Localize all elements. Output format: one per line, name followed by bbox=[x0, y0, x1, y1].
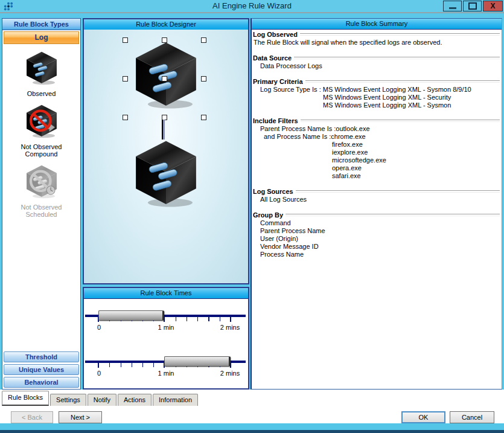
bottom-bar: Rule Blocks Settings Notify Actions Info… bbox=[0, 390, 504, 423]
summary-line: Parent Process Name bbox=[253, 227, 500, 235]
heading-rule bbox=[294, 57, 500, 59]
not-observed-scheduled-icon bbox=[24, 164, 59, 199]
tab-rule-blocks[interactable]: Rule Blocks bbox=[2, 391, 49, 406]
selection-handle[interactable] bbox=[201, 37, 206, 43]
summary-line: opera.exe bbox=[253, 164, 500, 172]
slider-major-tick bbox=[98, 361, 99, 368]
titlebar: AI Engine Rule Wizard X bbox=[0, 0, 504, 13]
summary-section-log-observed: Log Observed The Rule Block will signal … bbox=[253, 30, 500, 47]
slider-label: 1 min bbox=[158, 324, 174, 331]
threshold-category-button[interactable]: Threshold bbox=[4, 351, 79, 362]
time-range-slider-1[interactable] bbox=[98, 310, 164, 321]
log-category-button[interactable]: Log bbox=[4, 31, 79, 44]
heading-rule bbox=[300, 33, 500, 36]
summary-line: Vendor Message ID bbox=[253, 243, 500, 251]
rule-block-times-panel: Rule Block Times 0 1 min 2 mins 0 1 min … bbox=[83, 287, 249, 390]
summary-line: Data Processor Logs bbox=[253, 62, 500, 70]
heading-rule bbox=[285, 214, 500, 216]
ok-button[interactable]: OK bbox=[401, 411, 445, 423]
minimize-icon bbox=[449, 7, 456, 9]
maximize-button[interactable] bbox=[463, 1, 482, 11]
tab-information[interactable]: Information bbox=[153, 394, 198, 406]
slider-label: 0 bbox=[97, 370, 101, 377]
summary-section-data-source: Data Source Data Processor Logs bbox=[253, 54, 500, 70]
unique-values-category-button[interactable]: Unique Values bbox=[4, 364, 79, 375]
slider-label: 2 mins bbox=[220, 370, 240, 377]
summary-line: Log Source Type Is : MS Windows Event Lo… bbox=[253, 86, 500, 94]
summary-line: All Log Sources bbox=[253, 196, 500, 204]
rule-block-designer-header: Rule Block Designer bbox=[84, 19, 248, 30]
slider-major-tick bbox=[230, 315, 231, 322]
wizard-tabs: Rule Blocks Settings Notify Actions Info… bbox=[2, 391, 199, 406]
summary-line: safari.exe bbox=[253, 172, 500, 180]
rule-block-cube-1[interactable] bbox=[131, 40, 201, 111]
summary-section-group-by: Group By Command Parent Process Name Use… bbox=[253, 211, 500, 258]
selection-handle[interactable] bbox=[123, 115, 128, 120]
selection-handle[interactable] bbox=[123, 37, 128, 43]
slider-label: 2 mins bbox=[220, 324, 240, 331]
summary-line: MS Windows Event Logging XML - Sysmon bbox=[253, 101, 500, 109]
summary-line: Process Name bbox=[253, 251, 500, 258]
summary-line: Command bbox=[253, 219, 500, 227]
summary-line: iexplore.exe bbox=[253, 149, 500, 156]
window-frame-bottom bbox=[0, 423, 504, 430]
rule-type-not-observed-scheduled: Not Observed Scheduled bbox=[2, 164, 80, 218]
close-icon: X bbox=[490, 2, 495, 10]
rule-type-not-observed-compound[interactable]: Not Observed Compound bbox=[2, 104, 80, 158]
ai-engine-rule-wizard-window: AI Engine Rule Wizard X Rule Block Types… bbox=[0, 0, 504, 433]
rule-type-label: Not Observed Scheduled bbox=[2, 204, 80, 218]
block-connector-line bbox=[162, 120, 165, 140]
summary-line: firefox.exe bbox=[253, 141, 500, 149]
time-range-slider-2[interactable] bbox=[164, 356, 231, 367]
section-heading: Log Observed bbox=[253, 31, 298, 39]
selection-handle[interactable] bbox=[123, 76, 128, 82]
summary-line: MS Windows Event Logging XML - Security bbox=[253, 94, 500, 101]
heading-rule bbox=[305, 80, 500, 83]
not-observed-compound-icon bbox=[24, 104, 59, 139]
minimize-button[interactable] bbox=[443, 1, 462, 11]
summary-line: Parent Process Name Is :outlook.exe bbox=[253, 125, 500, 133]
selection-handle[interactable] bbox=[201, 76, 206, 82]
heading-rule bbox=[296, 190, 500, 193]
section-heading: Group By bbox=[253, 211, 283, 219]
cancel-button[interactable]: Cancel bbox=[450, 411, 494, 423]
tab-actions[interactable]: Actions bbox=[118, 394, 152, 406]
section-heading: Include Filters bbox=[253, 117, 298, 125]
section-heading: Data Source bbox=[253, 54, 292, 62]
rule-type-label: Observed bbox=[2, 90, 80, 97]
summary-line: microsoftedge.exe bbox=[253, 156, 500, 164]
window-title: AI Engine Rule Wizard bbox=[0, 0, 504, 12]
selection-handle[interactable] bbox=[201, 115, 206, 120]
summary-section-include-filters: Include Filters Parent Process Name Is :… bbox=[253, 117, 500, 180]
back-button[interactable]: < Back bbox=[11, 411, 53, 423]
rule-type-observed[interactable]: Observed bbox=[2, 51, 80, 97]
rule-block-summary-panel: Rule Block Summary Log Observed The Rule… bbox=[250, 18, 502, 390]
close-button[interactable]: X bbox=[483, 1, 503, 11]
heading-rule bbox=[301, 120, 500, 122]
selection-handle[interactable] bbox=[162, 76, 167, 82]
tab-settings[interactable]: Settings bbox=[50, 394, 86, 406]
slider-label: 0 bbox=[97, 324, 101, 331]
rule-block-designer-panel: Rule Block Designer bbox=[83, 18, 249, 284]
observed-cube-icon bbox=[24, 51, 59, 86]
summary-section-primary-criteria: Primary Criteria Log Source Type Is : MS… bbox=[253, 77, 500, 109]
window-frame-edge bbox=[0, 430, 504, 433]
rule-block-types-header: Rule Block Types bbox=[2, 19, 80, 30]
slider-label: 1 min bbox=[158, 370, 174, 377]
behavioral-category-button[interactable]: Behavioral bbox=[4, 377, 79, 388]
rule-block-types-panel: Rule Block Types Log Observed Not Observ… bbox=[2, 18, 81, 390]
rule-block-cube-2[interactable] bbox=[131, 139, 201, 209]
rule-block-summary-header: Rule Block Summary bbox=[252, 19, 502, 30]
summary-line: The Rule Block will signal when the spec… bbox=[253, 39, 500, 47]
maximize-icon bbox=[468, 2, 477, 10]
rule-type-label: Not Observed Compound bbox=[2, 143, 80, 158]
summary-line: User (Origin) bbox=[253, 235, 500, 243]
rule-block-times-header: Rule Block Times bbox=[84, 288, 248, 299]
next-button[interactable]: Next > bbox=[59, 411, 102, 423]
summary-line: and Process Name Is :chrome.exe bbox=[253, 133, 500, 141]
summary-section-log-sources: Log Sources All Log Sources bbox=[253, 187, 500, 204]
tab-notify[interactable]: Notify bbox=[88, 394, 116, 406]
designer-canvas[interactable] bbox=[84, 30, 248, 283]
section-heading: Primary Criteria bbox=[253, 78, 303, 86]
section-heading: Log Sources bbox=[253, 188, 293, 196]
